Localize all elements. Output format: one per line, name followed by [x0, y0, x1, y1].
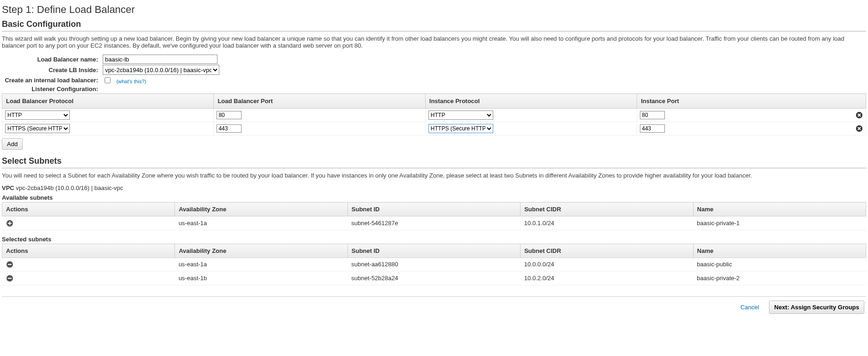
table-row: us-east-1b subnet-52b28a24 10.0.2.0/24 b… [2, 271, 866, 285]
az-cell: us-east-1a [175, 216, 347, 230]
az-cell: us-east-1a [175, 258, 347, 271]
col-instance-protocol: Instance Protocol [425, 94, 637, 109]
available-subnets-table: Actions Availability Zone Subnet ID Subn… [2, 202, 866, 230]
vpc-value: vpc-2cba194b (10.0.0.0/16) | baasic-vpc [16, 184, 123, 191]
select-subnets-description: You will need to select a Subnet for eac… [2, 172, 866, 179]
whats-this-link[interactable]: (what's this?) [117, 79, 146, 84]
remove-subnet-icon[interactable] [6, 261, 13, 268]
col-name: Name [693, 203, 866, 216]
cidr-cell: 10.0.2.0/24 [521, 271, 693, 285]
cidr-cell: 10.0.1.0/24 [521, 216, 693, 230]
selected-subnets-table: Actions Availability Zone Subnet ID Subn… [2, 244, 866, 285]
listener-row: HTTP HTTP [2, 109, 866, 122]
cancel-button[interactable]: Cancel [735, 301, 764, 313]
footer-bar: Cancel Next: Assign Security Groups [2, 296, 866, 314]
col-actions: Actions [2, 203, 175, 216]
add-listener-button[interactable]: Add [2, 138, 23, 150]
remove-listener-icon[interactable] [856, 111, 863, 119]
subnet-id-cell: subnet-52b28a24 [347, 271, 520, 285]
divider [2, 168, 866, 168]
selected-subnets-heading: Selected subnets [2, 236, 866, 243]
col-lb-protocol: Load Balancer Protocol [2, 94, 214, 109]
instance-protocol-select[interactable]: HTTPS (Secure HTTP) [428, 124, 493, 133]
remove-subnet-icon[interactable] [6, 275, 13, 282]
select-subnets-heading: Select Subnets [2, 156, 866, 166]
listener-table: Load Balancer Protocol Load Balancer Por… [2, 93, 866, 135]
lb-name-label: Load Balancer name: [2, 56, 103, 63]
basic-config-heading: Basic Configuration [2, 19, 866, 29]
listener-config-label: Listener Configuration: [2, 86, 103, 92]
add-subnet-icon[interactable] [6, 220, 13, 227]
page-title: Step 1: Define Load Balancer [2, 4, 866, 16]
create-lb-inside-label: Create LB Inside: [2, 67, 103, 74]
divider [2, 31, 866, 31]
table-row: us-east-1a subnet-aa612880 10.0.0.0/24 b… [2, 258, 866, 271]
internal-lb-label: Create an internal load balancer: [2, 77, 103, 84]
subnet-id-cell: subnet-5461287e [347, 216, 520, 230]
vpc-label: VPC [2, 184, 14, 191]
cidr-cell: 10.0.0.0/24 [521, 258, 693, 271]
lb-port-input[interactable] [217, 111, 242, 119]
table-row: us-east-1a subnet-5461287e 10.0.1.0/24 b… [2, 216, 866, 230]
az-cell: us-east-1b [175, 271, 347, 285]
name-cell: baasic-private-1 [693, 216, 866, 230]
create-lb-inside-select[interactable]: vpc-2cba194b (10.0.0.0/16) | baasic-vpc [103, 65, 219, 75]
name-cell: baasic-private-2 [693, 271, 866, 285]
col-cidr: Subnet CIDR [521, 244, 693, 258]
remove-listener-icon[interactable] [856, 125, 863, 132]
lb-protocol-select[interactable]: HTTP [5, 110, 70, 120]
instance-port-input[interactable] [640, 111, 665, 119]
internal-lb-checkbox[interactable] [105, 77, 111, 83]
lb-port-input[interactable] [217, 124, 242, 133]
col-instance-port: Instance Port [637, 94, 866, 109]
col-cidr: Subnet CIDR [521, 203, 693, 216]
instance-port-input[interactable] [640, 124, 665, 133]
col-actions: Actions [2, 244, 175, 258]
name-cell: baasic-public [693, 258, 866, 271]
lb-protocol-select[interactable]: HTTPS (Secure HTTP) [5, 124, 70, 133]
col-subnet-id: Subnet ID [347, 203, 520, 216]
col-lb-port: Load Balancer Port [214, 94, 425, 109]
instance-protocol-select[interactable]: HTTP [428, 110, 493, 120]
subnet-id-cell: subnet-aa612880 [347, 258, 520, 271]
lb-name-input[interactable] [103, 55, 217, 64]
listener-row: HTTPS (Secure HTTP) HTTPS (Secure HTTP) [2, 122, 866, 135]
col-subnet-id: Subnet ID [347, 244, 520, 258]
col-name: Name [693, 244, 866, 258]
available-subnets-heading: Available subnets [2, 194, 866, 201]
col-az: Availability Zone [175, 203, 347, 216]
basic-config-description: This wizard will walk you through settin… [2, 35, 866, 49]
next-button[interactable]: Next: Assign Security Groups [769, 301, 864, 314]
col-az: Availability Zone [175, 244, 347, 258]
